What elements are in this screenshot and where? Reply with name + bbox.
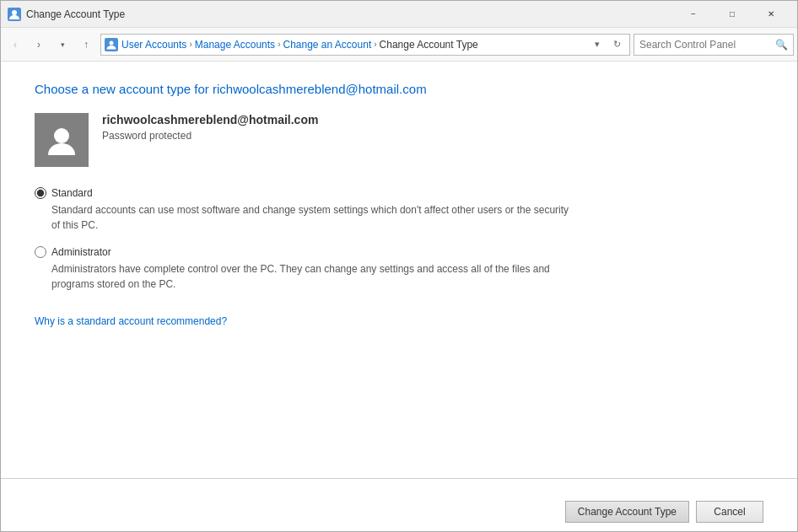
search-icon: 🔍 <box>775 39 788 51</box>
search-input[interactable] <box>639 39 772 51</box>
refresh-button[interactable]: ↻ <box>607 35 626 55</box>
page-heading: Choose a new account type for richwoolca… <box>35 82 763 96</box>
option-administrator-name: Administrator <box>51 246 111 258</box>
svg-point-3 <box>110 40 114 45</box>
search-box: 🔍 <box>634 34 794 56</box>
window-title: Change Account Type <box>26 8 674 20</box>
account-avatar <box>35 113 89 167</box>
option-administrator-label[interactable]: Administrator <box>35 246 763 258</box>
address-bar: User Accounts › Manage Accounts › Change… <box>100 34 630 56</box>
main-window: Change Account Type − □ ✕ ‹ › ▾ ↑ User A… <box>0 0 798 532</box>
nav-bar: ‹ › ▾ ↑ User Accounts › Manage Accounts … <box>1 28 797 62</box>
recent-pages-button[interactable]: ▾ <box>51 34 73 56</box>
window-icon <box>8 8 21 21</box>
footer: Change Account Type Cancel <box>1 492 797 531</box>
breadcrumb: User Accounts › Manage Accounts › Change… <box>121 39 588 51</box>
option-standard-radio[interactable] <box>35 187 46 199</box>
svg-point-1 <box>12 10 17 15</box>
account-name: richwoolcashmereblend@hotmail.com <box>102 113 318 126</box>
account-info: richwoolcashmereblend@hotmail.com Passwo… <box>35 113 763 167</box>
breadcrumb-current: Change Account Type <box>380 39 478 51</box>
cancel-button[interactable]: Cancel <box>696 501 763 523</box>
change-account-type-button[interactable]: Change Account Type <box>565 501 689 523</box>
option-standard: Standard Standard accounts can use most … <box>35 187 763 233</box>
forward-button[interactable]: › <box>28 34 50 56</box>
svg-point-4 <box>54 128 69 143</box>
breadcrumb-item-manage-accounts[interactable]: Manage Accounts <box>195 39 275 51</box>
account-status: Password protected <box>102 130 318 142</box>
avatar-icon <box>45 123 78 157</box>
option-administrator: Administrator Administrators have comple… <box>35 246 763 292</box>
address-bar-icon <box>105 38 118 51</box>
breadcrumb-item-user-accounts[interactable]: User Accounts <box>121 39 186 51</box>
up-button[interactable]: ↑ <box>75 34 97 56</box>
option-standard-name: Standard <box>51 187 93 199</box>
option-administrator-desc: Administrators have complete control ove… <box>51 261 574 292</box>
back-button[interactable]: ‹ <box>4 34 26 56</box>
window-controls: − □ ✕ <box>674 1 790 28</box>
footer-divider <box>1 478 797 479</box>
help-link[interactable]: Why is a standard account recommended? <box>35 315 227 327</box>
address-dropdown-button[interactable]: ▾ <box>588 35 607 55</box>
option-standard-label[interactable]: Standard <box>35 187 763 199</box>
minimize-button[interactable]: − <box>674 1 713 28</box>
close-button[interactable]: ✕ <box>752 1 790 28</box>
account-details: richwoolcashmereblend@hotmail.com Passwo… <box>102 113 318 142</box>
option-standard-desc: Standard accounts can use most software … <box>51 202 574 233</box>
options-section: Standard Standard accounts can use most … <box>35 187 763 292</box>
option-administrator-radio[interactable] <box>35 246 46 258</box>
restore-button[interactable]: □ <box>713 1 752 28</box>
title-bar: Change Account Type − □ ✕ <box>1 1 797 28</box>
content-area: Choose a new account type for richwoolca… <box>1 62 797 478</box>
breadcrumb-item-change-account[interactable]: Change an Account <box>283 39 371 51</box>
